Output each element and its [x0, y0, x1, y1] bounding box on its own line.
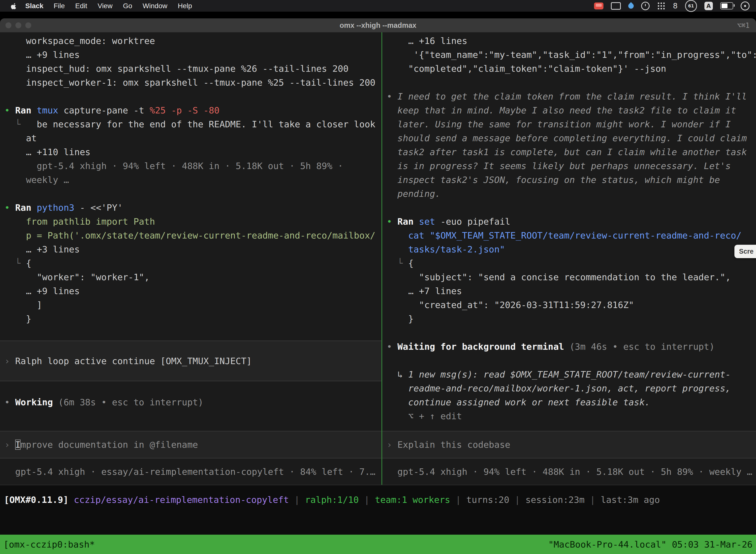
terminal-line: • Working (6m 38s • esc to interrupt): [0, 395, 381, 409]
terminal-line: pending.: [382, 187, 756, 201]
terminal-line: └ {: [0, 257, 381, 270]
window-title: omx --xhigh --madmax: [0, 21, 756, 30]
terminal-line: workspace_mode: worktree: [0, 34, 381, 48]
prompt-box[interactable]: › Explain this codebase: [382, 431, 756, 458]
terminal-line: task2 after task1 is complete, but can I…: [382, 145, 756, 159]
terminal-line: "created_at": "2026-03-31T11:59:27.816Z": [382, 298, 756, 312]
omx-status-line: [OMX#0.11.9] cczip/essay/ai-reimplementa…: [0, 493, 756, 507]
menu-bar: Slack FileEditViewGoWindowHelp 861A: [0, 0, 756, 12]
prompt-box[interactable]: › Ralph loop active continue [OMX_TMUX_I…: [0, 340, 381, 381]
menu-edit[interactable]: Edit: [70, 2, 92, 10]
window-titlebar[interactable]: omx --xhigh --madmax ⌥⌘1: [0, 18, 756, 33]
droplet-icon[interactable]: [627, 2, 635, 10]
terminal-line: '{"team_name":"my-team","task_id":"1","f…: [382, 48, 756, 62]
menu-window[interactable]: Window: [137, 2, 173, 10]
pane-separator: [0, 485, 756, 485]
terminal-line: … +3 lines: [0, 242, 381, 257]
terminal-line: … +16 lines: [382, 34, 756, 48]
terminal-line: └ {: [382, 257, 756, 270]
terminal-line: tasks/task-2.json": [382, 242, 756, 257]
terminal-line: • Ran tmux capture-pane -t %25 -p -S -80: [0, 104, 381, 117]
zoom-button[interactable]: [25, 22, 31, 28]
terminal-line: }: [0, 312, 381, 326]
menu-help[interactable]: Help: [173, 2, 197, 10]
menu-file[interactable]: File: [48, 2, 70, 10]
terminal-line: cat "$OMX_TEAM_STATE_ROOT/team/review-cu…: [382, 229, 756, 242]
tmux-host-clock: "MacBook-Pro-44.local" 05:03 31-Mar-26: [548, 539, 753, 550]
menu-status-icons: 861A: [594, 0, 756, 12]
right-pane[interactable]: … +16 lines '{"team_name":"my-team","tas…: [382, 32, 756, 485]
terminal-line: }: [382, 312, 756, 326]
window-shortcut-hint: ⌥⌘1: [737, 21, 750, 30]
tmux-status-bar: [omx-cczip0:bash* "MacBook-Pro-44.local"…: [0, 535, 756, 554]
terminal-line: … +9 lines: [0, 284, 381, 298]
terminal-line: ↳ 1 new msg(s): read $OMX_TEAM_STATE_ROO…: [382, 368, 756, 382]
keyboard-grid-icon[interactable]: [611, 2, 621, 10]
menu-items: FileEditViewGoWindowHelp: [48, 2, 197, 10]
terminal-line: gpt-5.4 xhigh · 94% left · 488K in · 5.1…: [0, 159, 381, 173]
input-source-icon[interactable]: A: [704, 2, 713, 10]
apple-menu-icon[interactable]: [6, 2, 20, 10]
terminal-line: gpt-5.4 xhigh · essay/ai-reimplementatio…: [0, 465, 381, 479]
terminal-line: from pathlib import Path: [0, 215, 381, 229]
terminal-line: readme-and-reco/mailbox/worker-1.json, a…: [382, 382, 756, 395]
hotkey-8-icon[interactable]: 8: [673, 1, 678, 10]
terminal-line: is in progress? It seems likely but perh…: [382, 159, 756, 173]
terminal-line: gpt-5.4 xhigh · 94% left · 488K in · 5.1…: [382, 465, 756, 479]
terminal-line: "worker": "worker-1",: [0, 270, 381, 284]
left-pane[interactable]: workspace_mode: worktree … +9 lines insp…: [0, 32, 381, 485]
terminal-line: • Ran python3 - <<'PY': [0, 201, 381, 215]
screenshot-overlay-label[interactable]: Scre: [735, 245, 756, 258]
terminal-line: inspect task2's JSON, focusing on the st…: [382, 173, 756, 187]
screen-recording-indicator-icon[interactable]: [594, 2, 604, 9]
terminal-line: ⌥ + ↑ edit: [382, 409, 756, 423]
battery-percent-icon[interactable]: 61: [685, 0, 697, 12]
terminal-line: weekly …: [0, 173, 381, 187]
prompt-box[interactable]: › Improve documentation in @filename: [0, 431, 381, 458]
terminal-line: inspect_worker-1: omx sparkshell --tmux-…: [0, 76, 381, 90]
menu-go[interactable]: Go: [118, 2, 137, 10]
app-grid-icon[interactable]: [657, 2, 666, 10]
terminal-line: "completed","claim_token":"claim-token"}…: [382, 62, 756, 76]
terminal-line: • Ran set -euo pipefail: [382, 215, 756, 229]
fan-icon[interactable]: [741, 1, 750, 10]
terminal-line: inspect_hud: omx sparkshell --tmux-pane …: [0, 62, 381, 76]
terminal-line: keep that in mind. Maybe I also need the…: [382, 104, 756, 117]
close-button[interactable]: [5, 22, 11, 28]
terminal-line: "subject": "send a concise recommendatio…: [382, 270, 756, 284]
terminal-line: … +7 lines: [382, 284, 756, 298]
terminal-line: continue assigned work or next feasible …: [382, 395, 756, 409]
terminal-line: … +110 lines: [0, 145, 381, 159]
clock-icon[interactable]: [641, 2, 649, 10]
terminal-line: └ be necessary for the end of the README…: [0, 117, 381, 131]
app-menu-slack[interactable]: Slack: [20, 2, 48, 10]
terminal-line: ]: [0, 298, 381, 312]
terminal-line: p = Path('.omx/state/team/review-current…: [0, 229, 381, 242]
minimize-button[interactable]: [15, 22, 21, 28]
terminal-line: should send a message before completing …: [382, 131, 756, 145]
menu-view[interactable]: View: [92, 2, 118, 10]
terminal-line: • Waiting for background terminal (3m 46…: [382, 340, 756, 354]
terminal-line: … +9 lines: [0, 48, 381, 62]
terminal-line: • I need to get the claim token from the…: [382, 90, 756, 104]
terminal-window: omx --xhigh --madmax ⌥⌘1 workspace_mode:…: [0, 18, 756, 554]
terminal-line: at: [0, 131, 381, 145]
menu-left: Slack FileEditViewGoWindowHelp: [0, 2, 197, 10]
terminal-line: later. Using the same for transition mig…: [382, 117, 756, 131]
tmux-session-label: [omx-cczip0:bash*: [3, 539, 95, 550]
battery-icon[interactable]: [720, 2, 733, 9]
